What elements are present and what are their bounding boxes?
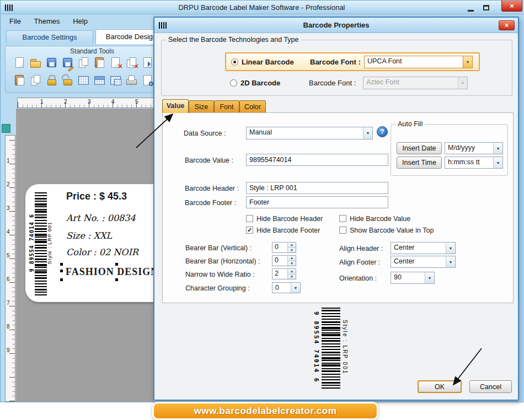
selected-value: h:mm:ss tt bbox=[445, 157, 493, 168]
help-icon: ? bbox=[380, 128, 384, 136]
tab-barcode-settings-label: Barcode Settings bbox=[22, 33, 77, 41]
tab-font[interactable]: Font bbox=[214, 100, 239, 113]
dialog-titlebar: Barcode Properties bbox=[154, 18, 518, 33]
label-artno-text[interactable]: Art No. : 00834 bbox=[66, 213, 136, 223]
minimize-button[interactable] bbox=[466, 3, 475, 12]
label-barcode[interactable]: 9 89554 74014 6 Style : LRP 001 bbox=[29, 189, 52, 297]
canvas-tool-swatch[interactable] bbox=[2, 124, 10, 133]
save-icon[interactable] bbox=[45, 56, 57, 68]
orientation-select[interactable]: 90 ▼ bbox=[391, 272, 435, 284]
data-source-select[interactable]: Manual ▼ bbox=[246, 127, 373, 139]
selection-handle[interactable] bbox=[60, 270, 63, 272]
tab-size[interactable]: Size bbox=[189, 100, 214, 113]
copy-icon[interactable] bbox=[77, 56, 89, 68]
dropdown-arrow-icon: ▼ bbox=[363, 127, 372, 139]
table-icon[interactable] bbox=[93, 74, 105, 86]
menu-file[interactable]: File bbox=[4, 15, 26, 27]
ok-button[interactable]: OK bbox=[418, 380, 462, 393]
character-grouping-select[interactable]: 0 ▼ bbox=[272, 282, 301, 293]
help-button[interactable]: ? bbox=[377, 126, 388, 137]
website-banner[interactable]: www.barcodelabelcreator.com bbox=[152, 402, 378, 420]
radio-dot bbox=[233, 61, 236, 63]
barcode-footer-input[interactable] bbox=[246, 196, 388, 208]
linear-barcode-radio[interactable] bbox=[231, 58, 238, 66]
label-color-text[interactable]: Color : 02 NOIR bbox=[66, 247, 138, 257]
tab-color[interactable]: Color bbox=[239, 100, 266, 113]
2d-barcode-radio[interactable] bbox=[230, 79, 237, 87]
hide-footer-checkbox[interactable]: ✓ bbox=[246, 227, 253, 234]
copy-style-icon[interactable] bbox=[109, 74, 121, 86]
print-preview-icon[interactable] bbox=[141, 74, 153, 86]
narrow-wide-ratio-spinner[interactable]: 2 ▲ ▼ bbox=[272, 268, 296, 279]
maximize-button[interactable] bbox=[481, 3, 491, 12]
bearer-horizontal-spinner[interactable]: 0 ▲ ▼ bbox=[272, 255, 296, 266]
selection-handle[interactable] bbox=[60, 278, 63, 281]
cancel-button[interactable]: Cancel bbox=[469, 380, 512, 393]
time-format-select[interactable]: h:mm:ss tt ▼ bbox=[445, 157, 503, 169]
selected-value: Center bbox=[391, 256, 446, 267]
dialog-close-button[interactable]: × bbox=[499, 20, 515, 30]
design-canvas[interactable]: 9 89554 74014 6 Style : LRP 001 Price : … bbox=[16, 109, 154, 402]
linear-barcode-radio-label[interactable]: Linear Barcode bbox=[242, 58, 294, 66]
new-document-icon[interactable] bbox=[13, 56, 25, 68]
label-price-text[interactable]: Price : $ 45.3 bbox=[66, 191, 127, 202]
lock-icon[interactable] bbox=[45, 74, 57, 86]
label-size-text[interactable]: Size : XXL bbox=[66, 230, 112, 241]
save-as-icon[interactable] bbox=[61, 56, 73, 68]
unlock-icon[interactable] bbox=[61, 74, 73, 86]
tab-barcode-design-label: Barcode Design bbox=[106, 33, 157, 41]
paste-special-icon[interactable] bbox=[13, 74, 25, 86]
selection-handle[interactable] bbox=[115, 263, 118, 266]
hide-header-label[interactable]: Hide Barcode Header bbox=[256, 215, 323, 223]
duplicate-icon[interactable] bbox=[29, 74, 41, 86]
spin-down-button[interactable]: ▼ bbox=[288, 261, 296, 266]
app-icon bbox=[5, 4, 13, 11]
preview-barcode-bars bbox=[322, 306, 340, 389]
selection-handle[interactable] bbox=[60, 263, 63, 266]
align-header-select[interactable]: Center ▼ bbox=[391, 242, 456, 254]
menu-themes[interactable]: Themes bbox=[29, 15, 66, 27]
ruler-number: 2 bbox=[7, 181, 10, 187]
tab-barcode-settings[interactable]: Barcode Settings bbox=[6, 30, 93, 44]
open-file-icon[interactable] bbox=[29, 56, 41, 68]
align-footer-select[interactable]: Center ▼ bbox=[391, 256, 456, 268]
grid-icon[interactable] bbox=[77, 74, 89, 86]
spin-up-button[interactable]: ▲ bbox=[288, 256, 296, 261]
minimize-icon bbox=[468, 10, 474, 12]
label-brand-text[interactable]: FASHION DESIGNS bbox=[62, 265, 154, 279]
linear-font-select[interactable]: UPCA Font ▼ bbox=[364, 56, 473, 68]
show-value-top-label[interactable]: Show Barcode Value in Top bbox=[350, 227, 434, 234]
print-icon[interactable] bbox=[125, 74, 137, 86]
date-format-select[interactable]: M/d/yyyy ▼ bbox=[445, 142, 503, 154]
spin-up-button[interactable]: ▲ bbox=[288, 243, 296, 247]
align-header-label: Align Header : bbox=[339, 245, 383, 252]
hide-value-checkbox[interactable] bbox=[339, 215, 346, 222]
horizontal-ruler: 1 2 3 4 5 bbox=[17, 98, 154, 108]
2d-font-select[interactable]: Aztec Font ▼ bbox=[363, 77, 468, 89]
show-value-top-checkbox[interactable] bbox=[339, 227, 346, 234]
label-design[interactable]: 9 89554 74014 6 Style : LRP 001 Price : … bbox=[25, 184, 154, 302]
website-url: www.barcodelabelcreator.com bbox=[194, 406, 337, 417]
barcode-value-input[interactable] bbox=[246, 154, 388, 166]
menu-help[interactable]: Help bbox=[67, 15, 93, 27]
hide-value-label[interactable]: Hide Barcode Value bbox=[350, 215, 410, 223]
dropdown-arrow-icon: ▼ bbox=[458, 77, 467, 89]
selected-value: M/d/yyyy bbox=[445, 143, 493, 154]
insert-time-button[interactable]: Insert Time bbox=[397, 157, 442, 169]
paste-icon[interactable] bbox=[93, 56, 105, 68]
barcode-header-input[interactable] bbox=[246, 182, 388, 194]
bearer-vertical-spinner[interactable]: 0 ▲ ▼ bbox=[272, 242, 296, 253]
hide-header-checkbox[interactable] bbox=[246, 215, 253, 222]
close-button[interactable]: × bbox=[501, 1, 522, 12]
spin-down-button[interactable]: ▼ bbox=[288, 247, 296, 253]
remove-object-icon[interactable] bbox=[125, 56, 137, 68]
tab-value[interactable]: Value bbox=[162, 99, 189, 113]
delete-page-icon[interactable] bbox=[109, 56, 121, 68]
insert-date-button[interactable]: Insert Date bbox=[397, 142, 442, 154]
spin-down-button[interactable]: ▼ bbox=[288, 274, 296, 279]
export-icon[interactable] bbox=[141, 56, 153, 68]
hide-footer-label[interactable]: Hide Barcode Footer bbox=[256, 227, 320, 234]
selection-handle[interactable] bbox=[115, 278, 118, 281]
spin-up-button[interactable]: ▲ bbox=[288, 269, 296, 274]
2d-barcode-radio-label[interactable]: 2D Barcode bbox=[240, 79, 280, 87]
